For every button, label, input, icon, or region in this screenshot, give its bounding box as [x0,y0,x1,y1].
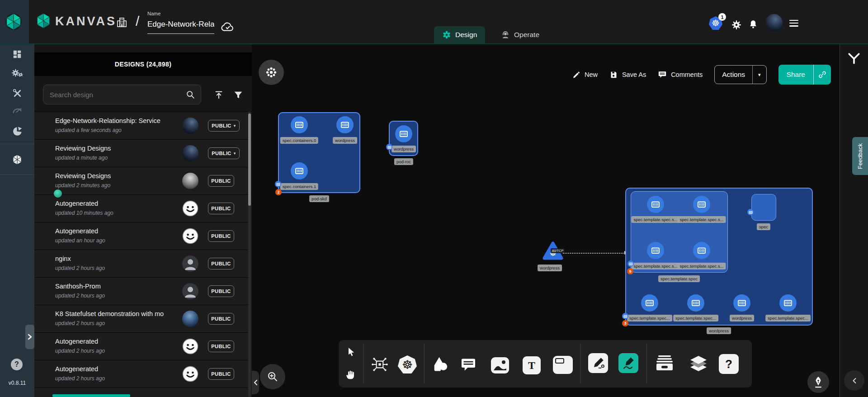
visibility-badge[interactable]: PUBLIC [208,368,234,380]
tool-pan[interactable] [342,365,360,383]
tool-frame[interactable] [553,356,573,374]
actions-caret-icon[interactable]: ▾ [753,72,766,78]
pod-badge[interactable] [275,181,281,187]
rail-item-dashboard[interactable] [0,47,34,62]
pod-badge[interactable] [386,144,392,150]
organization-icon[interactable] [116,16,128,28]
user-avatar[interactable] [765,14,783,31]
header: KANVAS / Name Edge-Network-Relatio ☸ [0,0,868,44]
count-badge[interactable]: 5 [627,268,633,274]
settings-gear-icon[interactable] [731,19,742,30]
design-list-item[interactable]: K8 Statefulset demonstration with mo upd… [34,305,252,332]
actions-button[interactable]: Actions ▾ [714,65,766,84]
copy-link-button[interactable] [814,70,831,79]
design-name-input[interactable]: Edge-Network-Relatio [147,20,214,29]
container-node[interactable] [291,116,308,133]
visibility-badge[interactable]: PUBLIC [208,175,234,187]
container-node[interactable] [395,125,412,142]
design-list-item[interactable]: Autogenerated updated 2 hours ago PUBLIC [34,332,252,360]
collapse-panel-button[interactable] [252,371,259,394]
design-list-item[interactable]: Santhosh-Prom updated 2 hours ago PUBLIC [34,277,252,305]
pod-badge[interactable] [747,209,754,215]
container-node[interactable] [641,294,658,312]
zoom-button[interactable] [260,364,285,389]
feedback-tab[interactable]: Feedback [852,137,868,175]
meshery-logo[interactable] [5,13,22,30]
count-badge[interactable]: 3 [622,320,628,326]
tool-pen[interactable] [588,353,608,373]
rail-item-kanvas[interactable] [0,152,34,167]
design-search-box[interactable] [43,85,201,104]
count-badge[interactable]: 2 [275,189,282,195]
rail-item-performance[interactable] [0,103,34,118]
tool-layers[interactable] [688,354,709,373]
design-list-item[interactable]: Autogenerated updated 2 hours ago PUBLIC [34,360,252,388]
share-button[interactable]: Share [778,65,831,85]
tool-comment[interactable] [459,356,478,373]
filter-designs-button[interactable] [231,88,245,102]
spec-node[interactable] [751,194,776,221]
visibility-badge[interactable]: PUBLIC [208,340,234,352]
rail-expand-button[interactable] [25,325,34,349]
tool-text[interactable]: T [523,356,541,374]
design-canvas[interactable]: New Save As Comments Actions [252,44,840,397]
container-node[interactable] [687,294,704,312]
design-title: Autogenerated [55,200,178,207]
design-search-input[interactable] [49,90,185,99]
annotate-pen-button[interactable] [807,371,829,393]
rail-item-configuration[interactable] [0,85,34,101]
tab-design[interactable]: Design [434,26,485,43]
container-node[interactable] [733,294,750,312]
tool-image[interactable] [491,357,509,373]
container-node[interactable] [647,196,664,213]
tool-components[interactable] [370,354,390,374]
canvas-home-button[interactable] [259,60,284,85]
design-list-item[interactable]: Edge-Network-Relationship: Service updat… [34,112,252,139]
visibility-badge[interactable]: PUBLIC [208,258,234,269]
visibility-badge[interactable]: PUBLIC [208,230,234,242]
container-node[interactable] [647,242,664,259]
caret-down-icon: ▾ [234,151,236,156]
design-list-item[interactable]: Reviewing Designs updated 2 minutes ago … [34,167,252,194]
visibility-badge[interactable]: PUBLIC ▾ [208,147,240,159]
menu-icon[interactable] [789,18,798,28]
rail-item-lifecycle[interactable] [0,66,34,81]
container-node[interactable] [779,294,797,312]
visibility-badge[interactable]: PUBLIC [208,203,234,214]
comments-button[interactable]: Comments [658,70,703,79]
tool-drawer[interactable] [654,354,675,373]
list-scrollbar-thumb[interactable] [248,113,251,206]
layer5-y-icon[interactable] [847,52,861,65]
save-as-button[interactable]: Save As [609,71,646,79]
container-node[interactable] [693,196,710,213]
tool-draw-active[interactable] [618,353,638,373]
design-list-item[interactable]: Reviewing Designs updated a minute ago P… [34,139,252,167]
notifications-bell-icon[interactable] [748,19,758,30]
design-title: K8 Statefulset demonstration with mo [55,310,178,317]
tool-kubernetes[interactable]: ☸ [398,355,417,373]
tool-select[interactable] [342,343,360,361]
visibility-badge[interactable]: PUBLIC [208,285,234,297]
container-node[interactable] [336,116,354,133]
tool-shapes[interactable] [430,355,449,373]
relationship-edge[interactable] [563,253,625,254]
rail-item-extensions[interactable] [0,123,34,139]
import-design-button[interactable] [212,88,226,102]
collapse-right-button[interactable] [844,370,864,391]
tool-help[interactable]: ? [719,354,739,374]
pod-badge[interactable] [627,260,634,267]
visibility-badge[interactable]: PUBLIC [208,313,234,325]
design-list-item[interactable]: Autogenerated updated an hour ago PUBLIC [34,222,252,250]
design-list-item[interactable]: Autogenerated updated 10 minutes ago PUB… [34,194,252,222]
new-button[interactable]: New [572,71,598,79]
container-node[interactable] [291,162,308,180]
pod-badge[interactable] [622,313,628,319]
tab-operate[interactable]: Operate [493,26,547,43]
search-icon[interactable] [185,90,195,99]
design-avatar [182,173,198,189]
help-button[interactable]: ? [11,359,23,370]
design-list-item[interactable]: nginx updated 2 hours ago PUBLIC [34,250,252,277]
container-node[interactable] [693,242,710,259]
visibility-badge[interactable]: PUBLIC ▾ [208,120,240,132]
spec-template-spec-group[interactable] [631,191,728,273]
